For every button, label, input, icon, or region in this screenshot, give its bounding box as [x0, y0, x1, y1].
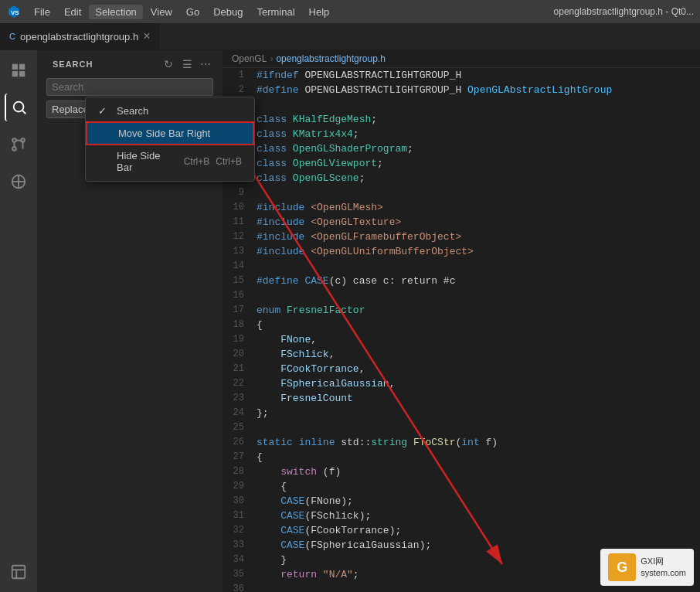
line-content: FNone,	[253, 332, 700, 347]
activity-source-control[interactable]	[5, 131, 32, 158]
code-line: 16	[223, 288, 700, 303]
menu-terminal[interactable]: Terminal	[250, 5, 301, 19]
svg-rect-2	[19, 64, 25, 70]
search-input-row	[37, 75, 223, 99]
line-number: 11	[223, 215, 253, 230]
code-line: 22 FSphericalGaussian,	[223, 376, 700, 391]
code-line: 19 FNone,	[223, 332, 700, 347]
code-area[interactable]: 1#ifndef OPENGLABSTRACTLIGHTGROUP_H2#def…	[223, 68, 700, 592]
line-content	[253, 420, 700, 435]
line-content: class KMatrix4x4;	[253, 127, 700, 141]
context-menu-hide-label: Hide Side Bar	[117, 150, 178, 173]
watermark-logo: G	[608, 553, 636, 581]
activity-explorer[interactable]	[5, 56, 32, 84]
code-line: 24};	[223, 406, 700, 420]
window-title: openglabstractlightgroup.h - Qt0...	[554, 6, 694, 17]
collapse-button[interactable]: ☰	[179, 56, 195, 72]
code-line: 6class OpenGLShaderProgram;	[223, 141, 700, 156]
context-menu-item-hide-sidebar[interactable]: Hide Side Bar Ctrl+B Ctrl+B	[86, 145, 254, 178]
svg-rect-14	[12, 566, 25, 579]
code-line: 14	[223, 259, 700, 274]
code-line: 15#define CASE(c) case c: return #c	[223, 274, 700, 288]
line-content: FCookTorrance,	[253, 362, 700, 376]
line-content: enum FresnelFactor	[253, 303, 700, 318]
code-line: 28 switch (f)	[223, 464, 700, 479]
activity-remote[interactable]	[5, 558, 32, 586]
line-number: 34	[223, 553, 253, 567]
line-content: #include <OpenGLUniformBufferObject>	[253, 244, 700, 259]
line-number: 28	[223, 464, 253, 479]
line-number: 1	[223, 68, 253, 83]
line-content: {	[253, 479, 700, 494]
line-content: CASE(FCookTorrance);	[253, 523, 700, 538]
line-content: class OpenGLScene;	[253, 171, 700, 185]
code-line: 10#include <OpenGLMesh>	[223, 200, 700, 215]
line-number: 29	[223, 479, 253, 494]
code-line: 5class KMatrix4x4;	[223, 127, 700, 141]
line-number: 36	[223, 582, 253, 592]
activity-search[interactable]	[5, 94, 32, 121]
line-number: 24	[223, 406, 253, 420]
line-content: CASE(FSchlick);	[253, 509, 700, 523]
menu-edit[interactable]: Edit	[58, 5, 87, 19]
code-line: 4class KHalfEdgeMesh;	[223, 112, 700, 127]
line-number: 23	[223, 391, 253, 406]
svg-rect-3	[12, 71, 18, 77]
context-menu-item-move-sidebar[interactable]: Move Side Bar Right	[86, 121, 254, 145]
code-line: 1#ifndef OPENGLABSTRACTLIGHTGROUP_H	[223, 68, 700, 83]
line-content: #define CASE(c) case c: return #c	[253, 274, 700, 288]
tab-close-button[interactable]: ×	[143, 29, 150, 43]
context-menu-move-label: Move Side Bar Right	[118, 128, 240, 139]
code-line: 25	[223, 420, 700, 435]
line-content: {	[253, 450, 700, 464]
line-number: 16	[223, 288, 253, 303]
line-number: 26	[223, 435, 253, 450]
search-input[interactable]	[46, 78, 213, 96]
menu-debug[interactable]: Debug	[207, 5, 249, 19]
line-number: 20	[223, 347, 253, 362]
code-line: 2#define OPENGLABSTRACTLIGHTGROUP_H Open…	[223, 83, 700, 97]
line-number: 15	[223, 274, 253, 288]
code-line: 11#include <OpenGLTexture>	[223, 215, 700, 230]
svg-point-9	[12, 147, 16, 151]
menu-bar: VS File Edit Selection View Go Debug Ter…	[0, 0, 700, 23]
context-menu-item-search[interactable]: ✓ Search	[86, 100, 254, 121]
editor-tab[interactable]: C openglabstractlightgroup.h ×	[0, 22, 161, 49]
watermark: G GXI网 system.com	[600, 549, 694, 586]
line-number: 27	[223, 450, 253, 464]
code-line: 21 FCookTorrance,	[223, 362, 700, 376]
svg-point-7	[12, 138, 16, 142]
menu-selection[interactable]: Selection	[89, 5, 142, 19]
code-line: 12#include <OpenGLFramebufferObject>	[223, 230, 700, 244]
line-content	[253, 288, 700, 303]
line-number: 21	[223, 362, 253, 376]
activity-bar	[0, 50, 37, 592]
svg-line-6	[22, 111, 25, 114]
line-content: #include <OpenGLTexture>	[253, 215, 700, 230]
line-number: 35	[223, 567, 253, 582]
line-number: 14	[223, 259, 253, 274]
line-number: 13	[223, 244, 253, 259]
svg-rect-4	[19, 71, 25, 77]
refresh-button[interactable]: ↻	[161, 56, 176, 72]
watermark-text: GXI网 system.com	[641, 556, 686, 580]
line-content: #ifndef OPENGLABSTRACTLIGHTGROUP_H	[253, 68, 700, 83]
shortcut-label: Ctrl+B	[184, 156, 210, 167]
menu-view[interactable]: View	[144, 5, 178, 19]
menu-help[interactable]: Help	[303, 5, 336, 19]
line-number: 18	[223, 318, 253, 332]
breadcrumb: OpenGL › openglabstractlightgroup.h	[223, 50, 700, 68]
line-content: #define OPENGLABSTRACTLIGHTGROUP_H OpenG…	[253, 83, 700, 97]
menu-go[interactable]: Go	[180, 5, 206, 19]
tab-file-dot: C	[9, 32, 15, 41]
code-line: 3	[223, 97, 700, 112]
breadcrumb-filename: openglabstractlightgroup.h	[276, 53, 385, 64]
line-content: FSchlick,	[253, 347, 700, 362]
main-layout: SEARCH ↻ ☰ ⋯ Replace ✓ Search Move Side …	[0, 50, 700, 592]
line-content: class KHalfEdgeMesh;	[253, 112, 700, 127]
menu-file[interactable]: File	[28, 5, 56, 19]
more-button[interactable]: ⋯	[198, 56, 213, 72]
line-number: 12	[223, 230, 253, 244]
line-content: switch (f)	[253, 464, 700, 479]
activity-extensions[interactable]	[5, 168, 32, 196]
